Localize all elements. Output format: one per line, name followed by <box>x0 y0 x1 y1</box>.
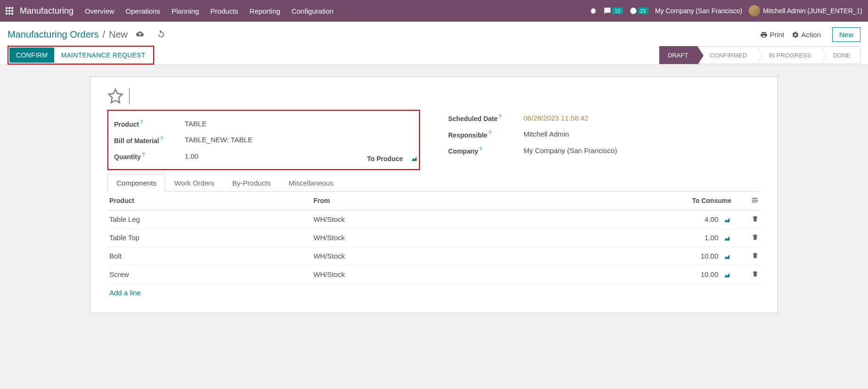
tab-work-orders[interactable]: Work Orders <box>165 174 223 192</box>
col-to-consume[interactable]: To Consume <box>584 192 734 211</box>
tab-miscellaneous[interactable]: Miscellaneous <box>280 174 343 192</box>
apps-icon[interactable] <box>6 7 13 15</box>
cell-from[interactable]: WH/Stock <box>311 247 584 265</box>
tabs: Components Work Orders By-Products Misce… <box>107 174 761 192</box>
bom-label: Bill of Material? <box>114 136 185 145</box>
nav-products[interactable]: Products <box>210 7 238 15</box>
nav-menu: Overview Operations Planning Products Re… <box>85 7 334 15</box>
to-produce-label: To Produce <box>367 155 403 162</box>
messages-icon[interactable]: 12 <box>604 7 622 15</box>
trash-icon[interactable] <box>752 215 759 222</box>
product-field[interactable]: TABLE <box>185 120 413 128</box>
optional-columns-icon[interactable] <box>751 196 759 204</box>
responsible-field[interactable]: Mitchell Admin <box>524 130 761 138</box>
breadcrumb-root[interactable]: Manufacturing Orders <box>8 29 98 40</box>
cell-product[interactable]: Bolt <box>107 247 311 265</box>
table-row[interactable]: BoltWH/Stock10.00 <box>107 247 761 265</box>
cell-product[interactable]: Screw <box>107 265 311 284</box>
title-cursor <box>129 88 130 104</box>
forecast-icon[interactable] <box>723 272 731 278</box>
nav-configuration[interactable]: Configuration <box>292 7 334 15</box>
cell-to-consume[interactable]: 10.00 <box>584 247 734 265</box>
trash-icon[interactable] <box>752 252 759 259</box>
status-draft[interactable]: DRAFT <box>659 46 697 64</box>
topbar-right: 12 21 My Company (San Francisco) Mitchel… <box>590 5 862 16</box>
cell-from[interactable]: WH/Stock <box>311 265 584 284</box>
new-button[interactable]: New <box>832 27 860 42</box>
control-panel: Manufacturing Orders / New Print Action … <box>0 22 868 65</box>
company-label: Company? <box>448 146 524 155</box>
print-button[interactable]: Print <box>760 31 784 39</box>
save-cloud-icon[interactable] <box>135 29 145 40</box>
cell-product[interactable]: Table Leg <box>107 210 311 228</box>
forecast-icon[interactable] <box>723 217 731 223</box>
breadcrumb: Manufacturing Orders / New <box>8 29 165 40</box>
confirm-button[interactable]: CONFIRM <box>9 48 54 63</box>
app-title[interactable]: Manufacturing <box>20 6 74 16</box>
cp-buttons: Print Action New <box>760 27 860 42</box>
action-buttons-highlight: CONFIRM MAINTENANCE REQUEST <box>8 46 154 65</box>
help-icon[interactable]: ? <box>488 130 491 136</box>
debug-icon[interactable] <box>590 7 597 15</box>
cell-to-consume[interactable]: 1.00 <box>584 228 734 247</box>
messages-badge: 12 <box>612 8 622 14</box>
cell-from[interactable]: WH/Stock <box>311 210 584 228</box>
table-row[interactable]: Table TopWH/Stock1.00 <box>107 228 761 247</box>
help-icon[interactable]: ? <box>160 136 164 141</box>
company-switcher[interactable]: My Company (San Francisco) <box>655 7 742 15</box>
form-sheet: Product? TABLE Bill of Material? TABLE_N… <box>90 76 778 313</box>
nav-overview[interactable]: Overview <box>85 7 115 15</box>
quantity-field[interactable]: 1.00 <box>185 152 198 160</box>
cell-product[interactable]: Table Top <box>107 228 311 247</box>
help-icon[interactable]: ? <box>499 113 502 119</box>
activities-badge: 21 <box>638 8 648 14</box>
help-icon[interactable]: ? <box>479 146 483 152</box>
col-product[interactable]: Product <box>107 192 311 211</box>
cell-to-consume[interactable]: 10.00 <box>584 265 734 284</box>
trash-icon[interactable] <box>752 234 759 241</box>
scheduled-date-field[interactable]: 06/28/2023 11:58:42 <box>524 114 761 122</box>
forecast-icon[interactable] <box>410 155 418 162</box>
nav-planning[interactable]: Planning <box>172 7 199 15</box>
activities-icon[interactable]: 21 <box>630 7 648 15</box>
table-row[interactable]: ScrewWH/Stock10.00 <box>107 265 761 284</box>
help-icon[interactable]: ? <box>142 152 145 157</box>
trash-icon[interactable] <box>752 270 759 277</box>
help-icon[interactable]: ? <box>140 119 143 125</box>
product-label: Product? <box>114 119 185 128</box>
bom-field[interactable]: TABLE_NEW: TABLE <box>185 136 413 144</box>
responsible-label: Responsible? <box>448 130 524 139</box>
cell-from[interactable]: WH/Stock <box>311 228 584 247</box>
status-confirmed[interactable]: CONFIRMED <box>697 46 756 64</box>
avatar <box>749 5 760 16</box>
nav-reporting[interactable]: Reporting <box>250 7 280 15</box>
action-button[interactable]: Action <box>792 31 821 39</box>
maintenance-request-button[interactable]: MAINTENANCE REQUEST <box>54 48 152 63</box>
tab-components[interactable]: Components <box>107 174 165 192</box>
user-menu[interactable]: Mitchell Admin (JUNE_ENTER_1) <box>749 5 862 16</box>
status-in-progress[interactable]: IN PROGRESS <box>756 46 820 64</box>
breadcrumb-current: New <box>109 29 128 40</box>
user-name: Mitchell Admin (JUNE_ENTER_1) <box>763 7 862 15</box>
cell-to-consume[interactable]: 4.00 <box>584 210 734 228</box>
table-row[interactable]: Table LegWH/Stock4.00 <box>107 210 761 228</box>
topbar: Manufacturing Overview Operations Planni… <box>0 0 868 22</box>
col-from[interactable]: From <box>311 192 584 211</box>
tab-by-products[interactable]: By-Products <box>223 174 280 192</box>
forecast-icon[interactable] <box>723 235 731 242</box>
priority-star-icon[interactable] <box>107 88 123 104</box>
scheduled-date-label: Scheduled Date? <box>448 113 524 122</box>
statusbar: DRAFT CONFIRMED IN PROGRESS DONE <box>659 46 860 64</box>
nav-operations[interactable]: Operations <box>126 7 160 15</box>
quantity-label: Quantity? <box>114 152 185 161</box>
company-field[interactable]: My Company (San Francisco) <box>524 146 761 154</box>
discard-icon[interactable] <box>157 29 165 40</box>
breadcrumb-sep: / <box>102 29 105 40</box>
components-table: Product From To Consume Table LegWH/Stoc… <box>107 192 761 284</box>
forecast-icon[interactable] <box>723 253 731 260</box>
add-line-button[interactable]: Add a line <box>107 284 143 301</box>
